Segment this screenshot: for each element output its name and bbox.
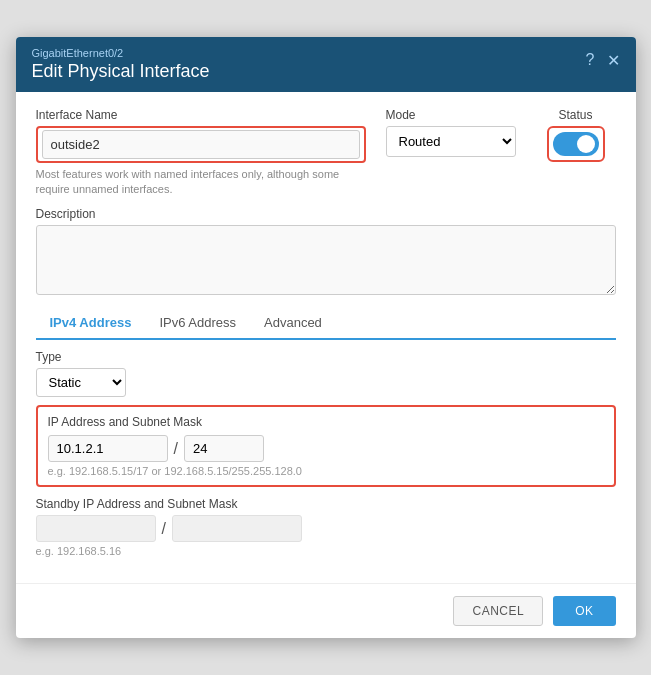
status-group: Status [536,108,616,162]
interface-name-label: Interface Name [36,108,366,122]
ip-row: / [48,435,604,462]
status-label: Status [558,108,592,122]
top-row: Interface Name Most features work with n… [36,108,616,198]
dialog-header: GigabitEthernet0/2 Edit Physical Interfa… [16,37,636,92]
mode-label: Mode [386,108,516,122]
tab-advanced[interactable]: Advanced [250,307,336,338]
ok-button[interactable]: OK [553,596,615,626]
standby-group: Standby IP Address and Subnet Mask / e.g… [36,497,616,557]
tab-ipv6-address[interactable]: IPv6 Address [145,307,250,338]
description-label: Description [36,207,616,221]
description-textarea[interactable] [36,225,616,295]
dialog-body: Interface Name Most features work with n… [16,92,636,574]
interface-name-input[interactable] [42,130,360,159]
subnet-mask-input[interactable] [184,435,264,462]
type-label: Type [36,350,616,364]
header-title-group: GigabitEthernet0/2 Edit Physical Interfa… [32,47,210,82]
cancel-button[interactable]: CANCEL [453,596,543,626]
type-group: Type Static DHCP PPPoE [36,350,616,397]
toggle-slider [553,132,599,156]
tabs-container: IPv4 Address IPv6 Address Advanced [36,307,616,340]
interface-name-wrapper [36,126,366,163]
ip-hint: e.g. 192.168.5.15/17 or 192.168.5.15/255… [48,465,604,477]
standby-label: Standby IP Address and Subnet Mask [36,497,616,511]
description-group: Description [36,207,616,295]
slash-separator: / [174,440,178,458]
standby-hint: e.g. 192.168.5.16 [36,545,616,557]
standby-subnet-input[interactable] [172,515,302,542]
edit-physical-interface-dialog: GigabitEthernet0/2 Edit Physical Interfa… [16,37,636,639]
interface-name-group: Interface Name Most features work with n… [36,108,366,198]
dialog-subtitle: GigabitEthernet0/2 [32,47,210,59]
tab-ipv4-address[interactable]: IPv4 Address [36,307,146,340]
ip-address-input[interactable] [48,435,168,462]
interface-name-hint: Most features work with named interfaces… [36,167,366,198]
mode-select[interactable]: Routed Transparent Passive [386,126,516,157]
dialog-title: Edit Physical Interface [32,61,210,82]
close-icon[interactable]: ✕ [607,51,620,70]
standby-slash: / [162,520,166,538]
dialog-footer: CANCEL OK [16,583,636,638]
help-icon[interactable]: ? [586,51,595,69]
mode-group: Mode Routed Transparent Passive [386,108,516,157]
ip-address-section: IP Address and Subnet Mask / e.g. 192.16… [36,405,616,487]
status-toggle-container [547,126,605,162]
header-icons: ? ✕ [586,51,620,70]
standby-ip-input[interactable] [36,515,156,542]
ip-section-label: IP Address and Subnet Mask [48,415,604,429]
type-select[interactable]: Static DHCP PPPoE [36,368,126,397]
standby-row: / [36,515,616,542]
status-toggle[interactable] [553,132,599,156]
